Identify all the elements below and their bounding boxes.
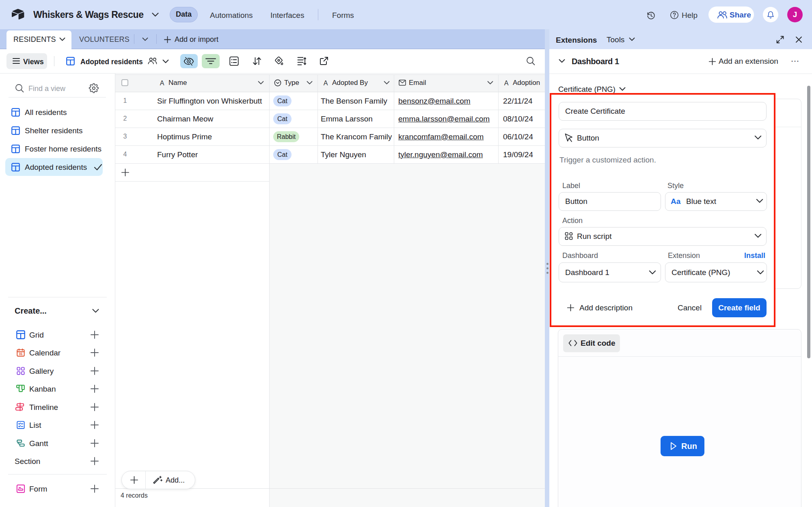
svg-text:31: 31 <box>19 352 23 356</box>
svg-text:A: A <box>324 80 328 86</box>
svg-text:A: A <box>160 80 164 86</box>
svg-text:A: A <box>504 80 509 86</box>
